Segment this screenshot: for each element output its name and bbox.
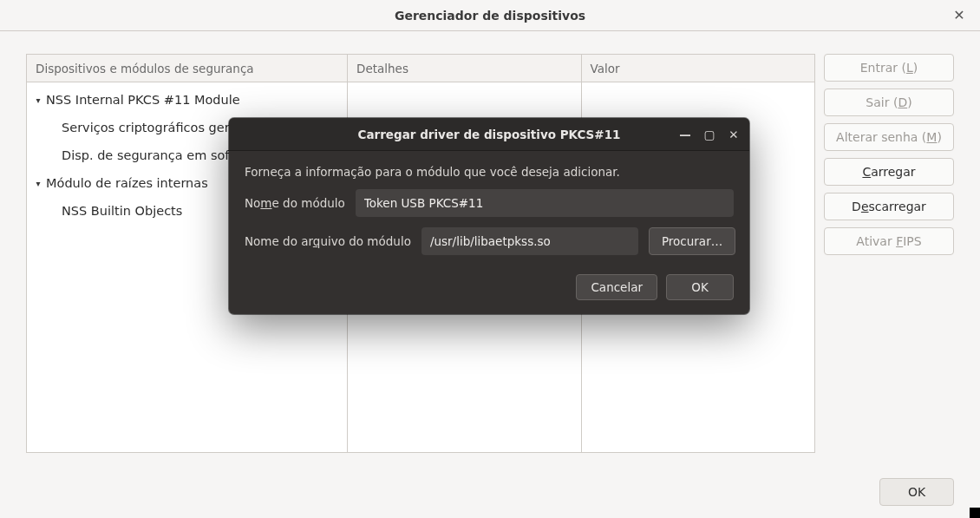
dialog-hint: Forneça a informação para o módulo que v…	[245, 165, 620, 179]
dialog-title: Carregar driver de dispositivo PKCS#11	[358, 128, 621, 141]
details-header: Detalhes	[348, 55, 581, 82]
dialog-titlebar: Carregar driver de dispositivo PKCS#11 —…	[229, 118, 749, 151]
tree-item-label: Módulo de raízes internas	[44, 176, 208, 190]
enable-fips-button: Ativar FIPS	[824, 227, 954, 255]
main-title: Gerenciador de dispositivos	[395, 9, 585, 23]
dialog-ok-label: OK	[691, 280, 708, 294]
module-name-label: Nome do módulo	[245, 196, 345, 210]
load-pkcs11-dialog: Carregar driver de dispositivo PKCS#11 —…	[229, 118, 749, 314]
tree-header: Dispositivos e módulos de segurança	[27, 55, 347, 82]
chevron-down-icon: ▾	[32, 179, 44, 188]
dialog-close-button[interactable]: ✕	[722, 122, 746, 147]
tree-item-label: NSS Internal PKCS #11 Module	[44, 93, 240, 107]
unload-button[interactable]: Descarregar	[824, 193, 954, 220]
change-password-button: Alterar senha (M)	[824, 123, 954, 151]
minimize-icon: —	[679, 128, 691, 141]
main-titlebar: Gerenciador de dispositivos ✕	[0, 0, 980, 31]
load-button[interactable]: Carregar	[824, 158, 954, 186]
dialog-cancel-button[interactable]: Cancelar	[576, 274, 657, 300]
value-header: Valor	[582, 55, 815, 82]
browse-button[interactable]: Procurar…	[649, 227, 735, 255]
chevron-down-icon: ▾	[32, 95, 44, 105]
dialog-minimize-button[interactable]: —	[673, 122, 697, 147]
dialog-window-controls: — ▢ ✕	[673, 118, 746, 151]
dialog-body: Forneça a informação para o módulo que v…	[229, 151, 749, 267]
close-icon: ✕	[953, 0, 964, 31]
module-name-input[interactable]	[356, 189, 734, 217]
module-file-label: Nome do arquivo do módulo	[245, 234, 411, 248]
tree-item-label: NSS Builtin Objects	[62, 204, 182, 218]
dialog-cancel-label: Cancelar	[591, 280, 643, 294]
device-manager-window: Gerenciador de dispositivos ✕ Dispositiv…	[0, 0, 980, 518]
close-icon: ✕	[728, 128, 738, 141]
logout-button: Sair (D)	[824, 89, 954, 116]
resize-handle-icon	[970, 508, 980, 518]
main-ok-button[interactable]: OK	[879, 478, 954, 506]
side-buttons: Entrar (L) Sair (D) Alterar senha (M) Ca…	[824, 54, 954, 255]
main-close-button[interactable]: ✕	[947, 0, 971, 31]
tree-item-label: Serviços criptográficos gerais	[62, 121, 247, 134]
main-ok-label: OK	[908, 485, 925, 499]
dialog-footer: Cancelar OK	[229, 267, 749, 314]
login-button: Entrar (L)	[824, 54, 954, 82]
tree-item-nss-internal[interactable]: ▾ NSS Internal PKCS #11 Module	[27, 86, 347, 114]
dialog-maximize-button[interactable]: ▢	[697, 122, 722, 147]
maximize-icon: ▢	[704, 128, 715, 141]
dialog-ok-button[interactable]: OK	[666, 274, 734, 300]
module-file-input[interactable]	[421, 227, 638, 255]
